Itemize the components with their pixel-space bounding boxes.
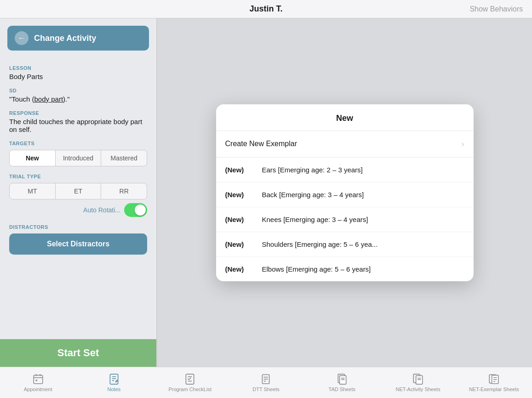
select-distractors-button[interactable]: Select Distractors xyxy=(9,233,147,255)
sd-value: "Touch (body part)." xyxy=(9,95,147,103)
item-text: Back [Emerging age: 3 – 4 years] xyxy=(262,191,364,199)
tab-bar: Appointment Notes Program CheckList DTT … xyxy=(0,367,532,398)
item-badge: (New) xyxy=(225,240,253,248)
header: Justin T. Show Behaviors xyxy=(0,0,532,18)
item-text: Knees [Emerging age: 3 – 4 years] xyxy=(262,216,368,223)
modal-card: New Create New Exemplar › (New) Ears [Em… xyxy=(216,104,474,281)
right-panel: New Create New Exemplar › (New) Ears [Em… xyxy=(157,18,532,367)
targets-segmented-control: New Introduced Mastered xyxy=(9,150,147,166)
tab-appointment[interactable]: Appointment xyxy=(0,367,76,398)
targets-label: TARGETS xyxy=(9,141,147,146)
tab-net-activity-sheets-label: NET-Activity Sheets xyxy=(395,387,440,392)
trial-et-tab[interactable]: ET xyxy=(56,183,102,199)
tab-dtt-sheets[interactable]: DTT Sheets xyxy=(228,367,304,398)
list-item[interactable]: (New) Ears [Emerging age: 2 – 3 years] xyxy=(216,158,474,182)
item-badge: (New) xyxy=(225,265,253,273)
list-item[interactable]: (New) Knees [Emerging age: 3 – 4 years] xyxy=(216,207,474,232)
auto-rotate-toggle[interactable] xyxy=(124,203,147,217)
tab-net-activity-sheets[interactable]: NET-Activity Sheets xyxy=(380,367,456,398)
lesson-section: LESSON Body Parts SD "Touch (body part).… xyxy=(0,51,156,133)
checklist-icon xyxy=(184,373,196,385)
change-activity-label: Change Activity xyxy=(34,34,96,43)
tab-notes[interactable]: Notes xyxy=(76,367,152,398)
targets-mastered-tab[interactable]: Mastered xyxy=(101,150,147,166)
start-set-button[interactable]: Start Set xyxy=(0,339,156,367)
chevron-right-icon: › xyxy=(462,139,464,149)
auto-rotate-label: Auto Rotati... xyxy=(83,206,120,214)
tad-sheets-icon xyxy=(336,373,348,385)
tab-appointment-label: Appointment xyxy=(24,387,52,392)
item-badge: (New) xyxy=(225,216,253,223)
tab-notes-label: Notes xyxy=(108,387,121,392)
list-item[interactable]: (New) Back [Emerging age: 3 – 4 years] xyxy=(216,182,474,207)
item-badge: (New) xyxy=(225,191,253,199)
tab-tad-sheets[interactable]: TAD Sheets xyxy=(304,367,380,398)
list-item[interactable]: (New) Shoulders [Emerging age: 5 – 6 yea… xyxy=(216,232,474,257)
create-new-exemplar-row[interactable]: Create New Exemplar › xyxy=(216,131,474,158)
response-label: RESPONSE xyxy=(9,110,147,116)
create-new-exemplar-label: Create New Exemplar xyxy=(225,140,297,148)
item-text: Shoulders [Emerging age: 5 – 6 yea... xyxy=(262,240,378,248)
svg-rect-4 xyxy=(35,380,37,381)
lesson-label: LESSON xyxy=(9,65,147,71)
dtt-sheets-icon xyxy=(260,373,272,385)
lesson-value: Body Parts xyxy=(9,73,147,80)
auto-rotate-row: Auto Rotati... xyxy=(0,199,156,217)
item-text: Elbows [Emerging age: 5 – 6 years] xyxy=(262,265,371,273)
show-behaviors-button[interactable]: Show Behaviors xyxy=(469,5,523,13)
trial-type-label: TRIAL TYPE xyxy=(9,174,147,179)
targets-new-tab[interactable]: New xyxy=(10,150,56,166)
tab-program-checklist-label: Program CheckList xyxy=(168,387,212,392)
targets-introduced-tab[interactable]: Introduced xyxy=(56,150,102,166)
sd-underline: body part xyxy=(34,95,63,103)
net-activity-icon xyxy=(412,373,424,385)
tab-dtt-sheets-label: DTT Sheets xyxy=(252,387,280,392)
svg-rect-5 xyxy=(110,374,118,384)
trial-segmented-control: MT ET RR xyxy=(9,183,147,199)
back-icon: ← xyxy=(15,31,29,45)
modal-title: New xyxy=(216,104,474,131)
trial-rr-tab[interactable]: RR xyxy=(101,183,147,199)
tab-net-exemplar-sheets[interactable]: NET-Exemplar Sheets xyxy=(456,367,532,398)
sd-label: SD xyxy=(9,88,147,93)
distractors-section: DISTRACTORS Select Distractors xyxy=(0,217,156,255)
tab-tad-sheets-label: TAD Sheets xyxy=(329,387,356,392)
response-value: The child touches the appropriate body p… xyxy=(9,118,147,133)
item-badge: (New) xyxy=(225,166,253,174)
notes-icon xyxy=(108,373,120,385)
svg-rect-0 xyxy=(34,375,43,383)
change-activity-button[interactable]: ← Change Activity xyxy=(7,26,149,51)
tab-net-exemplar-sheets-label: NET-Exemplar Sheets xyxy=(469,387,519,392)
trial-type-section: TRIAL TYPE MT ET RR xyxy=(0,166,156,199)
targets-section: TARGETS New Introduced Mastered xyxy=(0,133,156,166)
page-title: Justin T. xyxy=(249,4,282,14)
calendar-icon xyxy=(32,373,44,385)
toggle-knob xyxy=(135,205,146,216)
list-item[interactable]: (New) Elbows [Emerging age: 5 – 6 years] xyxy=(216,257,474,281)
net-exemplar-icon xyxy=(488,373,500,385)
item-text: Ears [Emerging age: 2 – 3 years] xyxy=(262,166,363,174)
tab-program-checklist[interactable]: Program CheckList xyxy=(152,367,228,398)
left-panel: ← Change Activity LESSON Body Parts SD "… xyxy=(0,18,156,367)
trial-mt-tab[interactable]: MT xyxy=(10,183,56,199)
distractors-label: DISTRACTORS xyxy=(9,224,147,230)
